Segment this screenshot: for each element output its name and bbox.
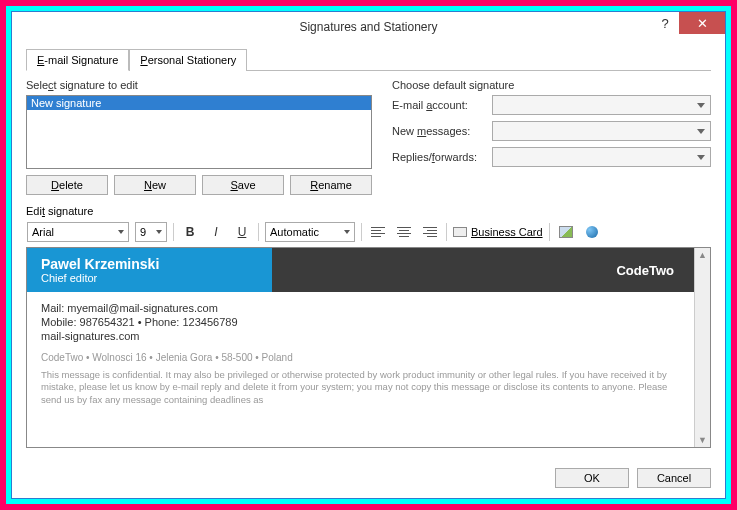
separator bbox=[361, 223, 362, 241]
replies-forwards-combo[interactable] bbox=[492, 147, 711, 167]
new-button[interactable]: New bbox=[114, 175, 196, 195]
dialog-window: Signatures and Stationery ? ✕ E-mail Sig… bbox=[11, 11, 726, 499]
help-button[interactable]: ? bbox=[651, 12, 679, 34]
rename-button[interactable]: Rename bbox=[290, 175, 372, 195]
replies-forwards-label: Replies/forwards: bbox=[392, 151, 492, 163]
titlebar: Signatures and Stationery ? ✕ bbox=[12, 12, 725, 42]
insert-picture-button[interactable] bbox=[556, 222, 576, 242]
sig-brand: CodeTwo bbox=[272, 248, 694, 292]
separator bbox=[446, 223, 447, 241]
separator bbox=[173, 223, 174, 241]
picture-icon bbox=[559, 226, 573, 238]
cancel-button[interactable]: Cancel bbox=[637, 468, 711, 488]
edit-signature-label: Edit signature bbox=[26, 205, 711, 217]
list-item[interactable]: New signature bbox=[27, 96, 371, 110]
sig-name: Pawel Krzeminski bbox=[41, 256, 258, 272]
sig-address: CodeTwo • Wolnosci 16 • Jelenia Gora • 5… bbox=[27, 348, 694, 367]
sig-disclaimer: This message is confidential. It may als… bbox=[27, 367, 694, 412]
insert-hyperlink-button[interactable] bbox=[582, 222, 602, 242]
email-account-combo[interactable] bbox=[492, 95, 711, 115]
business-card-button[interactable]: Business Card bbox=[453, 226, 543, 238]
choose-default-label: Choose default signature bbox=[392, 79, 711, 91]
align-left-button[interactable] bbox=[368, 222, 388, 242]
signature-editor[interactable]: Pawel Krzeminski Chief editor CodeTwo Ma… bbox=[26, 247, 711, 448]
italic-button[interactable]: I bbox=[206, 222, 226, 242]
align-center-button[interactable] bbox=[394, 222, 414, 242]
bold-button[interactable]: B bbox=[180, 222, 200, 242]
font-color-select[interactable]: Automatic bbox=[265, 222, 355, 242]
font-family-select[interactable]: Arial bbox=[27, 222, 129, 242]
sig-site: mail-signatures.com bbox=[41, 330, 680, 342]
tab-email-signature[interactable]: E-mail Signature bbox=[26, 49, 129, 71]
align-right-button[interactable] bbox=[420, 222, 440, 242]
separator bbox=[549, 223, 550, 241]
tab-strip: E-mail Signature Personal Stationery bbox=[26, 48, 711, 71]
email-account-label: E-mail account: bbox=[392, 99, 492, 111]
card-icon bbox=[453, 227, 467, 237]
font-size-select[interactable]: 9 bbox=[135, 222, 167, 242]
signature-listbox[interactable]: New signature bbox=[26, 95, 372, 169]
new-messages-label: New messages: bbox=[392, 125, 492, 137]
close-button[interactable]: ✕ bbox=[679, 12, 725, 34]
separator bbox=[258, 223, 259, 241]
delete-button[interactable]: Delete bbox=[26, 175, 108, 195]
underline-button[interactable]: U bbox=[232, 222, 252, 242]
tab-personal-stationery[interactable]: Personal Stationery bbox=[129, 49, 247, 71]
editor-toolbar: Arial 9 B I U Automatic Business Card bbox=[26, 221, 711, 247]
save-button[interactable]: Save bbox=[202, 175, 284, 195]
editor-scrollbar[interactable] bbox=[694, 248, 710, 447]
window-title: Signatures and Stationery bbox=[12, 20, 725, 34]
globe-icon bbox=[586, 226, 598, 238]
sig-phone: Mobile: 987654321 • Phone: 123456789 bbox=[41, 316, 680, 328]
new-messages-combo[interactable] bbox=[492, 121, 711, 141]
sig-role: Chief editor bbox=[41, 272, 258, 284]
select-signature-label: Select signature to edit bbox=[26, 79, 372, 91]
sig-mail: Mail: myemail@mail-signatures.com bbox=[41, 302, 680, 314]
ok-button[interactable]: OK bbox=[555, 468, 629, 488]
